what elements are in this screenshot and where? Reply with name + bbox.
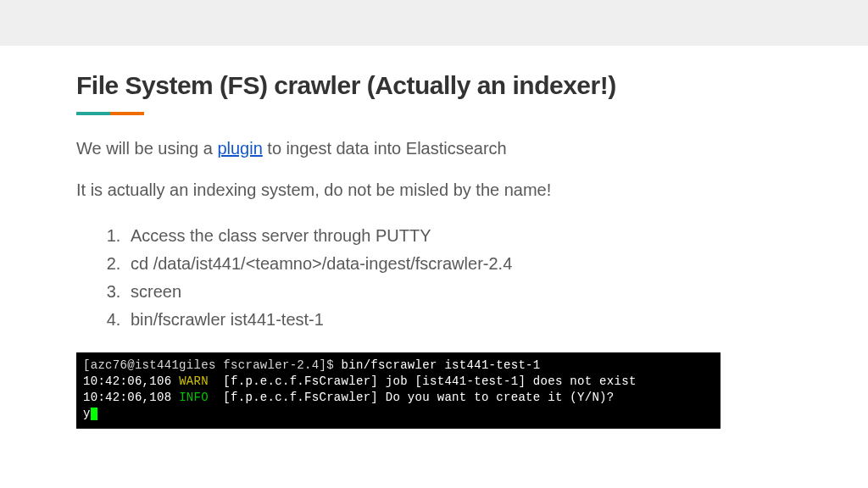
step-1: Access the class server through PUTTY — [125, 222, 792, 250]
term-l3-rest: [f.p.e.c.f.FsCrawler] Do you want to cre… — [209, 391, 615, 404]
step-4: bin/fscrawler ist441-test-1 — [125, 306, 792, 334]
slide-title: File System (FS) crawler (Actually an in… — [76, 71, 792, 100]
step-3: screen — [125, 278, 792, 306]
para1-suffix: to ingest data into Elasticsearch — [263, 139, 507, 158]
para1-prefix: We will be using a — [76, 139, 217, 158]
step-2: cd /data/ist441/<teamno>/data-ingest/fsc… — [125, 250, 792, 278]
terminal-output: [azc76@ist441giles fscrawler-2.4]$ bin/f… — [76, 352, 721, 429]
term-l3-time: 10:42:06,108 — [83, 391, 179, 404]
paragraph-1: We will be using a plugin to ingest data… — [76, 139, 792, 158]
slide-body: File System (FS) crawler (Actually an in… — [0, 46, 868, 429]
accent-teal — [76, 112, 110, 115]
term-command: bin/fscrawler ist441-test-1 — [342, 358, 541, 372]
accent-orange — [110, 112, 144, 115]
term-l2-time: 10:42:06,106 — [83, 374, 179, 388]
term-l2-level: WARN — [179, 374, 209, 388]
steps-list: Access the class server through PUTTY cd… — [125, 222, 792, 334]
term-prompt: [azc76@ist441giles fscrawler-2.4]$ — [83, 358, 342, 372]
term-input: y — [83, 407, 91, 420]
term-l3-level: INFO — [179, 391, 209, 404]
term-l2-rest: [f.p.e.c.f.FsCrawler] job [ist441-test-1… — [209, 374, 637, 388]
accent-divider — [76, 112, 792, 115]
paragraph-2: It is actually an indexing system, do no… — [76, 180, 792, 200]
top-bar — [0, 0, 868, 46]
terminal-cursor-icon — [91, 408, 97, 420]
plugin-link[interactable]: plugin — [217, 139, 262, 158]
